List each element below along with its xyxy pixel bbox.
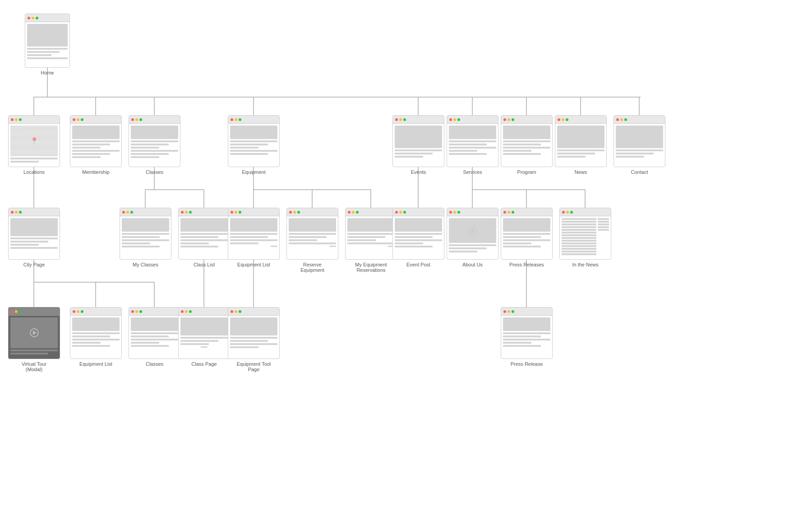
card-line — [131, 339, 178, 340]
titlebar-locations — [9, 116, 60, 124]
dot-red — [503, 310, 506, 313]
card-body-reserve-equipment — [287, 216, 338, 249]
label-in-the-news: In the News — [559, 262, 611, 267]
card-body-press-release — [501, 316, 552, 349]
card-body-home — [25, 22, 69, 61]
dot-yellow — [235, 118, 237, 121]
card-body-classes-2 — [129, 316, 180, 349]
card-services — [447, 115, 498, 167]
card-line — [503, 336, 541, 337]
card-line — [230, 147, 258, 149]
card-body-locations: 📍 — [9, 124, 60, 164]
card-press-release — [501, 307, 553, 359]
card-line — [230, 242, 258, 244]
card-my-classes — [120, 208, 171, 260]
label-membership: Membership — [70, 169, 122, 175]
dot-yellow — [15, 118, 18, 121]
dot-green — [403, 118, 406, 121]
dot-yellow — [15, 211, 18, 214]
card-program — [501, 115, 553, 167]
card-line — [27, 57, 68, 59]
card-line — [616, 149, 663, 151]
card-line — [616, 153, 654, 154]
dot-red — [231, 211, 233, 214]
titlebar-classes — [129, 116, 180, 124]
dot-yellow — [135, 310, 138, 313]
dot-green — [19, 118, 22, 121]
card-body-class-list — [179, 216, 230, 249]
dot-green — [81, 310, 83, 313]
play-triangle-icon — [471, 228, 475, 233]
card-line — [503, 236, 541, 238]
card-line — [449, 247, 487, 249]
card-image — [180, 218, 228, 232]
card-line — [131, 332, 178, 334]
titlebar-reserve-equipment — [287, 208, 338, 216]
dot-yellow — [126, 211, 129, 214]
titlebar-equipment-tool-page — [228, 308, 279, 316]
card-line — [131, 156, 159, 158]
card-dark-image — [10, 317, 58, 348]
dot-green — [239, 211, 241, 214]
titlebar-virtual-tour — [9, 308, 60, 316]
card-line — [503, 246, 541, 247]
card-line — [503, 345, 541, 347]
dot-red — [73, 310, 75, 313]
dot-yellow — [135, 118, 138, 121]
titlebar-press-release — [501, 308, 552, 316]
card-image — [616, 126, 663, 148]
card-press-releases — [501, 208, 553, 260]
dot-green — [189, 310, 192, 313]
card-image — [449, 126, 496, 139]
dot-red — [289, 211, 292, 214]
dot-green — [130, 211, 133, 214]
label-equipment-list-2: Equipment List — [70, 361, 122, 367]
card-contact — [614, 115, 665, 167]
card-image — [230, 317, 277, 336]
card-line — [10, 353, 48, 354]
label-equipment-tool-page: Equipment ToolPage — [228, 361, 280, 372]
card-line — [10, 350, 58, 351]
card-line — [122, 236, 160, 238]
card-line — [230, 239, 277, 241]
card-line — [72, 153, 110, 155]
label-classes-2: Classes — [129, 361, 180, 367]
dot-green — [139, 310, 142, 313]
card-event-post — [392, 208, 444, 260]
card-image — [10, 218, 58, 236]
card-line — [449, 144, 487, 145]
titlebar-press-releases — [501, 208, 552, 216]
dot-red — [11, 211, 14, 214]
card-line — [347, 239, 376, 241]
card-line — [449, 147, 496, 149]
card-line — [503, 342, 531, 344]
label-program: Program — [501, 169, 553, 175]
dot-red — [395, 118, 398, 121]
dot-yellow — [352, 211, 355, 214]
card-body-about-us — [447, 216, 498, 254]
dot-yellow — [399, 118, 402, 121]
dot-red — [11, 310, 14, 313]
card-line — [449, 140, 496, 142]
card-body-events — [393, 124, 444, 159]
card-image — [230, 218, 277, 232]
card-line — [557, 149, 604, 151]
card-line — [180, 343, 209, 345]
dot-yellow — [620, 118, 623, 121]
label-event-post: Event Post — [392, 262, 444, 267]
card-line — [131, 150, 178, 152]
card-line — [122, 242, 150, 244]
card-class-page — [178, 307, 230, 359]
dot-red — [181, 211, 184, 214]
dot-green — [139, 118, 142, 121]
card-line — [562, 248, 596, 250]
titlebar-my-classes — [120, 208, 171, 216]
card-membership — [70, 115, 122, 167]
card-line — [230, 236, 268, 238]
card-line — [503, 332, 550, 334]
dot-red — [558, 118, 560, 121]
card-line — [27, 48, 68, 50]
card-image — [131, 317, 178, 331]
card-line — [562, 237, 596, 239]
label-city-page: City Page — [8, 262, 60, 267]
